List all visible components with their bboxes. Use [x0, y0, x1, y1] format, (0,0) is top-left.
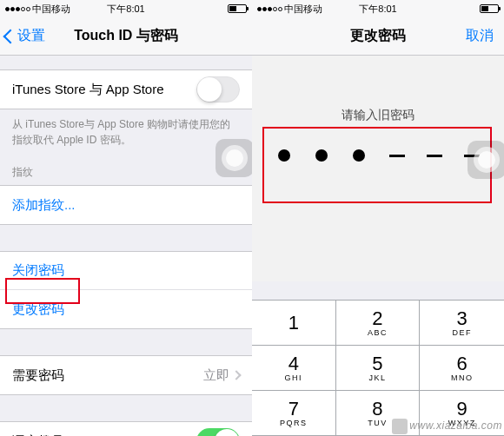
battery-icon — [228, 4, 247, 13]
row-change-passcode[interactable]: 更改密码 — [0, 290, 252, 328]
row-value: 立即 — [203, 367, 229, 384]
back-label: 设置 — [17, 27, 45, 45]
passcode-prompt: 请输入旧密码 — [268, 108, 488, 123]
nav-title: Touch ID 与密码 — [74, 27, 178, 45]
row-label: 关闭密码 — [12, 262, 64, 279]
row-label: 更改密码 — [12, 301, 64, 318]
itunes-footer: 从 iTunes Store与 App Store 购物时请使用您的指纹取代 A… — [0, 109, 252, 156]
settings-screen: 中国移动 下午8:01 设置 Touch ID 与密码 iTunes Store… — [0, 0, 252, 436]
key-6[interactable]: 6 MNO — [420, 346, 504, 391]
key-3[interactable]: 3 DEF — [420, 301, 504, 346]
nav-bar: 更改密码 取消 — [252, 17, 504, 56]
key-1[interactable]: 1 — [252, 301, 336, 346]
row-label: iTunes Store 与 App Store — [12, 82, 164, 98]
key-2[interactable]: 2 ABC — [336, 301, 421, 346]
passcode-dots — [268, 149, 488, 162]
key-7[interactable]: 7 PQRS — [252, 391, 336, 436]
key-8[interactable]: 8 TUV — [336, 391, 421, 436]
key-9[interactable]: 9 WXYZ — [420, 391, 504, 436]
back-button[interactable]: 设置 — [5, 27, 45, 45]
nav-title: 更改密码 — [350, 27, 406, 45]
change-passcode-screen: 中国移动 下午8:01 更改密码 取消 请输入旧密码 — [252, 0, 504, 436]
chevron-left-icon — [3, 29, 18, 43]
cancel-button[interactable]: 取消 — [466, 27, 494, 45]
row-label: 需要密码 — [12, 367, 64, 384]
row-voice-dial[interactable]: 语音拨号 — [0, 422, 252, 436]
time-label: 下午8:01 — [252, 3, 504, 16]
row-add-fingerprint[interactable]: 添加指纹... — [0, 186, 252, 224]
row-itunes-store[interactable]: iTunes Store 与 App Store — [0, 70, 252, 109]
toggle-voice-dial[interactable] — [196, 428, 240, 436]
annotation-highlight — [262, 127, 492, 203]
key-5[interactable]: 5 JKL — [336, 346, 421, 391]
numeric-keypad: 1 2 ABC 3 DEF 4 GHI 5 JKL 6 MNO — [252, 300, 504, 436]
battery-icon — [480, 4, 499, 13]
row-label: 添加指纹... — [12, 197, 76, 214]
assistive-touch-icon[interactable] — [216, 139, 252, 177]
nav-bar: 设置 Touch ID 与密码 — [0, 17, 252, 56]
chevron-right-icon — [231, 370, 241, 380]
row-require-passcode[interactable]: 需要密码 立即 — [0, 356, 252, 394]
row-label: 语音拨号 — [12, 433, 64, 437]
fingerprint-header: 指纹 — [0, 156, 252, 185]
time-label: 下午8:01 — [0, 3, 252, 16]
status-bar: 中国移动 下午8:01 — [252, 0, 504, 17]
row-disable-passcode[interactable]: 关闭密码 — [0, 252, 252, 290]
assistive-touch-icon[interactable] — [468, 141, 504, 179]
key-4[interactable]: 4 GHI — [252, 346, 336, 391]
toggle-itunes-store[interactable] — [196, 76, 240, 102]
status-bar: 中国移动 下午8:01 — [0, 0, 252, 17]
